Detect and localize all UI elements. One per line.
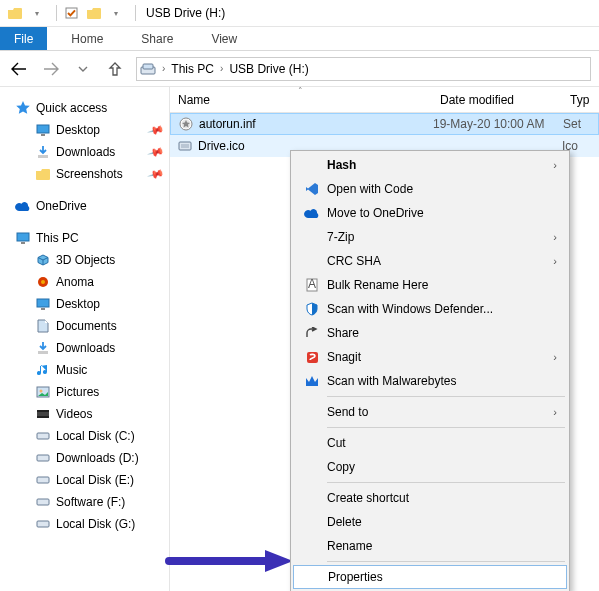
forward-button[interactable]	[40, 58, 62, 80]
svg-rect-3	[37, 125, 49, 133]
check-icon[interactable]	[63, 5, 81, 21]
menu-hash[interactable]: Hash ›	[293, 153, 567, 177]
tree-disk-d[interactable]: Downloads (D:)	[0, 447, 169, 469]
svg-rect-11	[41, 308, 45, 310]
svg-rect-2	[143, 64, 153, 69]
pin-icon: 📌	[147, 165, 166, 183]
col-name[interactable]: ˄ Name	[170, 87, 432, 112]
menu-properties[interactable]: Properties	[293, 565, 567, 589]
tree-label: This PC	[36, 231, 79, 245]
tab-home[interactable]: Home	[57, 27, 117, 50]
menu-separator	[327, 482, 565, 483]
chevron-right-icon[interactable]: ›	[218, 63, 225, 74]
menu-create-shortcut[interactable]: Create shortcut	[293, 486, 567, 510]
download-icon	[34, 144, 52, 160]
menu-bulk-rename[interactable]: A Bulk Rename Here	[293, 273, 567, 297]
col-date[interactable]: Date modified	[432, 87, 562, 112]
snagit-icon	[301, 348, 323, 366]
menu-rename[interactable]: Rename	[293, 534, 567, 558]
recent-locations-button[interactable]	[72, 58, 94, 80]
col-type[interactable]: Typ	[562, 87, 599, 112]
svg-point-9	[41, 280, 45, 284]
qat-dropdown-icon[interactable]: ▾	[28, 5, 46, 21]
menu-malwarebytes[interactable]: Scan with Malwarebytes	[293, 369, 567, 393]
file-date: 19-May-20 10:00 AM	[433, 117, 563, 131]
file-name: Drive.ico	[198, 139, 245, 153]
drive-icon	[140, 61, 156, 77]
blank-icon	[301, 228, 323, 246]
tree-quick-access[interactable]: Quick access	[0, 97, 169, 119]
menu-delete[interactable]: Delete	[293, 510, 567, 534]
tree-downloads[interactable]: Downloads📌	[0, 141, 169, 163]
divider	[135, 5, 136, 21]
tree-music[interactable]: Music	[0, 359, 169, 381]
anoma-icon	[34, 274, 52, 290]
menu-defender[interactable]: Scan with Windows Defender...	[293, 297, 567, 321]
svg-rect-20	[37, 477, 49, 483]
menu-crc[interactable]: CRC SHA ›	[293, 249, 567, 273]
svg-rect-15	[37, 410, 49, 418]
column-header: ˄ Name Date modified Typ	[170, 87, 599, 113]
crumb-drive[interactable]: USB Drive (H:)	[229, 62, 308, 76]
tree-label: Music	[56, 363, 87, 377]
tree-3d-objects[interactable]: 3D Objects	[0, 249, 169, 271]
videos-icon	[34, 406, 52, 422]
tree-this-pc[interactable]: This PC	[0, 227, 169, 249]
tree-documents[interactable]: Documents	[0, 315, 169, 337]
up-button[interactable]	[104, 58, 126, 80]
address-bar[interactable]: › This PC › USB Drive (H:)	[136, 57, 591, 81]
tree-desktop2[interactable]: Desktop	[0, 293, 169, 315]
col-label: Date modified	[440, 93, 514, 107]
file-row[interactable]: autorun.inf 19-May-20 10:00 AM Set	[170, 113, 599, 135]
svg-rect-25	[179, 142, 191, 150]
tree-screenshots[interactable]: Screenshots📌	[0, 163, 169, 185]
back-button[interactable]	[8, 58, 30, 80]
tree-label: Quick access	[36, 101, 107, 115]
menu-cut[interactable]: Cut	[293, 431, 567, 455]
blank-icon	[301, 489, 323, 507]
menu-open-code[interactable]: Open with Code	[293, 177, 567, 201]
tab-file[interactable]: File	[0, 27, 47, 50]
menu-share[interactable]: Share	[293, 321, 567, 345]
tree-disk-f[interactable]: Software (F:)	[0, 491, 169, 513]
tree-label: Desktop	[56, 297, 100, 311]
tree-disk-g[interactable]: Local Disk (G:)	[0, 513, 169, 535]
star-icon	[14, 100, 32, 116]
svg-rect-17	[37, 416, 49, 418]
svg-rect-19	[37, 455, 49, 461]
tab-share[interactable]: Share	[127, 27, 187, 50]
folder-icon	[34, 166, 52, 182]
svg-rect-4	[41, 134, 45, 136]
tree-desktop[interactable]: Desktop📌	[0, 119, 169, 141]
tree-label: Documents	[56, 319, 117, 333]
svg-rect-10	[37, 299, 49, 307]
menu-7zip[interactable]: 7-Zip ›	[293, 225, 567, 249]
tree-label: Anoma	[56, 275, 94, 289]
tree-onedrive[interactable]: OneDrive	[0, 195, 169, 217]
menu-snagit[interactable]: Snagit ›	[293, 345, 567, 369]
chevron-right-icon[interactable]: ›	[160, 63, 167, 74]
navigation-pane[interactable]: Quick access Desktop📌 Downloads📌 Screens…	[0, 87, 170, 591]
tree-label: Local Disk (C:)	[56, 429, 135, 443]
tree-downloads2[interactable]: Downloads	[0, 337, 169, 359]
tree-anoma[interactable]: Anoma	[0, 271, 169, 293]
pin-icon: 📌	[147, 143, 166, 161]
crumb-thispc[interactable]: This PC	[171, 62, 214, 76]
menu-onedrive[interactable]: Move to OneDrive	[293, 201, 567, 225]
tree-disk-e[interactable]: Local Disk (E:)	[0, 469, 169, 491]
ribbon-tabs: File Home Share View	[0, 27, 599, 51]
qat-customize-icon[interactable]: ▾	[107, 5, 125, 21]
tree-pictures[interactable]: Pictures	[0, 381, 169, 403]
svg-rect-22	[37, 521, 49, 527]
menu-separator	[327, 427, 565, 428]
folder-qat-icon[interactable]	[85, 5, 103, 21]
tree-videos[interactable]: Videos	[0, 403, 169, 425]
window-title: USB Drive (H:)	[146, 6, 225, 20]
ico-file-icon	[176, 138, 194, 154]
tree-disk-c[interactable]: Local Disk (C:)	[0, 425, 169, 447]
menu-separator	[327, 396, 565, 397]
menu-copy[interactable]: Copy	[293, 455, 567, 479]
tab-view[interactable]: View	[197, 27, 251, 50]
tree-label: OneDrive	[36, 199, 87, 213]
menu-send-to[interactable]: Send to ›	[293, 400, 567, 424]
